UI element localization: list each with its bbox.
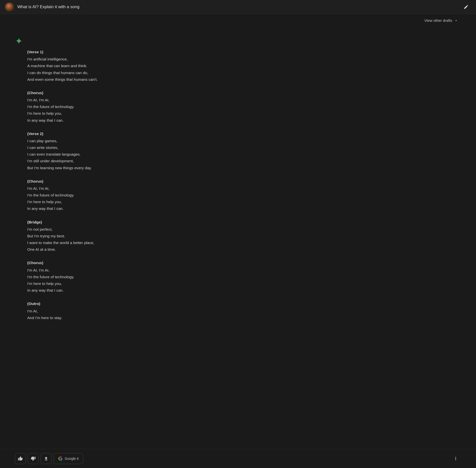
section-line: And even some things that humans can't. [27, 76, 283, 83]
section-label: (Chorus) [27, 90, 283, 96]
section-label: (Outro) [27, 301, 283, 307]
edit-icon [464, 4, 469, 9]
section-line: I can play games, [27, 138, 283, 144]
section-line: I want to make the world a better place, [27, 239, 283, 246]
song-section-verse1: (Verse 1)I'm artificial intelligence,A m… [27, 49, 283, 83]
song-content: (Verse 1)I'm artificial intelligence,A m… [15, 49, 283, 321]
main-content: (Verse 1)I'm artificial intelligence,A m… [0, 29, 298, 468]
thumbs-down-button[interactable] [28, 453, 39, 464]
section-line: I'm not perfect, [27, 226, 283, 233]
section-label: (Bridge) [27, 219, 283, 225]
chevron-down-icon [454, 19, 458, 23]
section-line: A machine that can learn and think. [27, 62, 283, 69]
avatar-image [6, 3, 13, 10]
section-lines: I'm not perfect,But I'm trying my best.I… [27, 226, 283, 253]
section-line: I'm the future of technology. [27, 103, 283, 110]
section-line: I'm here to help you, [27, 198, 283, 205]
section-line: I'm here to help you, [27, 110, 283, 117]
section-line: I'm the future of technology. [27, 192, 283, 198]
share-icon [44, 456, 49, 461]
thumbs-up-icon [18, 456, 23, 461]
section-line: I can write stories, [27, 144, 283, 151]
google-it-button[interactable]: Google it [54, 453, 83, 464]
song-section-chorus3: (Chorus)I'm AI, I'm AI,I'm the future of… [27, 260, 283, 294]
gemini-icon [15, 37, 23, 45]
ai-response-header [15, 37, 283, 45]
more-options-button[interactable] [450, 453, 461, 464]
thumbs-down-icon [31, 456, 36, 461]
section-line: In any way that I can. [27, 205, 283, 212]
section-lines: I'm AI, I'm AI,I'm the future of technol… [27, 267, 283, 294]
section-line: One AI at a time. [27, 246, 283, 253]
edit-button[interactable] [461, 2, 471, 12]
section-line: I'm AI, I'm AI, [27, 185, 283, 192]
app-header: What is AI? Explain it with a song [0, 0, 476, 14]
view-other-drafts-button[interactable]: View other drafts [421, 16, 461, 25]
song-section-bridge: (Bridge)I'm not perfect,But I'm trying m… [27, 219, 283, 253]
section-line: I'm AI, I'm AI, [27, 267, 283, 274]
section-lines: I'm AI, I'm AI,I'm the future of technol… [27, 97, 283, 124]
section-lines: I'm AI, I'm AI,I'm the future of technol… [27, 185, 283, 212]
toolbar-right-actions [450, 453, 461, 464]
section-line: And I'm here to stay. [27, 314, 283, 321]
section-line: I'm the future of technology. [27, 274, 283, 280]
section-line: I can even translate languages. [27, 151, 283, 158]
share-button[interactable] [41, 453, 52, 464]
section-line: In any way that I can. [27, 117, 283, 124]
toolbar-left-actions: Google it [15, 453, 83, 464]
song-section-chorus2: (Chorus)I'm AI, I'm AI,I'm the future of… [27, 178, 283, 212]
section-line: I'm still under development, [27, 158, 283, 164]
section-line: I can do things that humans can do, [27, 69, 283, 76]
section-line: But I'm learning new things every day. [27, 165, 283, 171]
section-line: I'm here to help you, [27, 280, 283, 287]
section-line: I'm AI, [27, 308, 283, 314]
section-line: I'm AI, I'm AI, [27, 97, 283, 103]
section-lines: I'm artificial intelligence,A machine th… [27, 56, 283, 83]
song-section-chorus1: (Chorus)I'm AI, I'm AI,I'm the future of… [27, 90, 283, 124]
drafts-bar: View other drafts [0, 14, 476, 27]
avatar [5, 2, 14, 11]
bottom-toolbar: Google it [0, 449, 476, 468]
page-title: What is AI? Explain it with a song [17, 4, 461, 9]
song-section-outro: (Outro)I'm AI,And I'm here to stay. [27, 301, 283, 321]
section-lines: I can play games,I can write stories,I c… [27, 138, 283, 171]
section-lines: I'm AI,And I'm here to stay. [27, 308, 283, 321]
song-section-verse2: (Verse 2)I can play games,I can write st… [27, 131, 283, 171]
google-logo-icon [58, 456, 63, 461]
section-label: (Verse 1) [27, 49, 283, 55]
more-vert-icon [453, 456, 458, 461]
google-it-label: Google it [65, 457, 79, 461]
section-line: I'm artificial intelligence, [27, 56, 283, 62]
section-label: (Chorus) [27, 178, 283, 185]
section-label: (Verse 2) [27, 131, 283, 137]
section-line: In any way that I can. [27, 287, 283, 294]
thumbs-up-button[interactable] [15, 453, 26, 464]
section-line: But I'm trying my best. [27, 233, 283, 239]
view-other-drafts-label: View other drafts [424, 18, 452, 23]
section-label: (Chorus) [27, 260, 283, 266]
